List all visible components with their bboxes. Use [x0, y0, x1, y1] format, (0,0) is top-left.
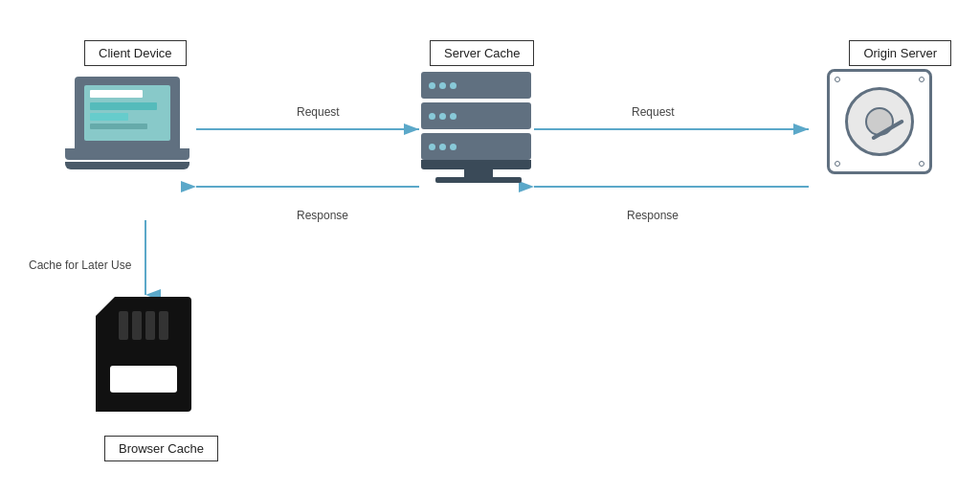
- client-device-icon: [65, 77, 189, 177]
- request-right-label: Request: [632, 105, 675, 119]
- cache-for-later-label: Cache for Later Use: [29, 258, 131, 272]
- browser-cache-icon: [96, 297, 191, 412]
- server-cache-label: Server Cache: [430, 40, 534, 66]
- diagram: Client Device Server Cache: [0, 0, 980, 494]
- response-right-label: Response: [627, 209, 679, 222]
- browser-cache-label: Browser Cache: [104, 436, 218, 461]
- request-top-label: Request: [297, 105, 340, 119]
- origin-server-icon: [827, 69, 932, 174]
- origin-server-label: Origin Server: [849, 40, 951, 66]
- response-bottom-label: Response: [297, 209, 348, 222]
- server-cache-icon: [421, 72, 536, 183]
- client-device-label: Client Device: [84, 40, 187, 66]
